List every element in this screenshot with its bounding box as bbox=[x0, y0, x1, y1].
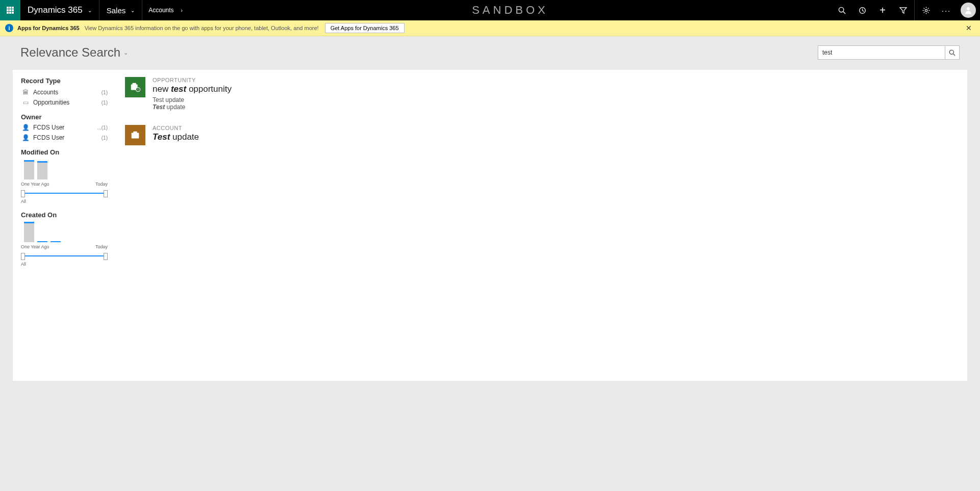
modified-on-chart: One Year Ago Today All bbox=[21, 159, 108, 204]
chart-bar bbox=[37, 161, 47, 179]
facet-row-owner[interactable]: 👤 FCDS User (1) bbox=[21, 134, 108, 141]
facet-count: (1) bbox=[102, 135, 108, 141]
person-icon: 👤 bbox=[21, 124, 30, 131]
chevron-right-icon: › bbox=[181, 8, 183, 13]
search-input[interactable] bbox=[818, 45, 945, 60]
svg-point-13 bbox=[967, 7, 970, 10]
result-line: Test update bbox=[153, 96, 232, 104]
slider-handle-left[interactable] bbox=[21, 190, 25, 197]
svg-rect-17 bbox=[133, 83, 136, 85]
chart-bar bbox=[24, 160, 34, 179]
accounts-icon: 🏛 bbox=[21, 89, 30, 96]
facet-count: (1) bbox=[102, 90, 108, 95]
slider-handle-left[interactable] bbox=[21, 253, 25, 260]
module-label: Sales bbox=[107, 6, 126, 15]
page-header: Relevance Search ⌄ bbox=[0, 36, 980, 65]
facet-header-record-type: Record Type bbox=[21, 77, 108, 85]
breadcrumb-item[interactable]: Accounts › bbox=[142, 0, 189, 20]
user-avatar[interactable] bbox=[961, 3, 976, 18]
facet-row-owner[interactable]: 👤 FCDS User ...(1) bbox=[21, 124, 108, 131]
facet-label: Accounts bbox=[33, 89, 58, 96]
environment-badge: SANDBOX bbox=[189, 0, 832, 20]
brand-menu[interactable]: Dynamics 365 ⌄ bbox=[20, 0, 99, 20]
chevron-down-icon: ⌄ bbox=[88, 8, 92, 13]
chart-tick bbox=[51, 241, 61, 242]
svg-line-15 bbox=[953, 54, 956, 56]
info-icon: i bbox=[5, 24, 13, 32]
result-account: ACCOUNT Test update bbox=[125, 125, 957, 145]
result-title[interactable]: new test opportunity bbox=[153, 84, 232, 94]
opportunities-icon: ▭ bbox=[21, 99, 30, 106]
chevron-down-icon: ⌄ bbox=[123, 49, 128, 56]
more-icon[interactable]: ··· bbox=[936, 6, 957, 15]
result-entity-type: ACCOUNT bbox=[153, 125, 199, 131]
result-title[interactable]: Test update bbox=[153, 132, 199, 142]
nav-right: + ··· bbox=[832, 0, 980, 20]
modified-on-slider[interactable] bbox=[21, 191, 108, 196]
facet-header-owner: Owner bbox=[21, 113, 108, 121]
svg-line-9 bbox=[923, 8, 924, 9]
facet-label: FCDS User bbox=[33, 134, 64, 141]
get-apps-button[interactable]: Get Apps for Dynamics 365 bbox=[325, 23, 405, 33]
facet-label: FCDS User bbox=[33, 124, 64, 131]
facet-label: Opportunities bbox=[33, 99, 69, 106]
created-on-slider[interactable] bbox=[21, 253, 108, 259]
slider-handle-right[interactable] bbox=[104, 253, 108, 260]
recent-icon[interactable] bbox=[852, 7, 872, 14]
top-nav: Dynamics 365 ⌄ Sales ⌄ Accounts › SANDBO… bbox=[0, 0, 980, 20]
slider-label: All bbox=[21, 199, 108, 204]
search-button[interactable] bbox=[945, 45, 960, 60]
svg-rect-21 bbox=[133, 132, 137, 134]
svg-text:!: ! bbox=[138, 88, 139, 91]
person-icon: 👤 bbox=[21, 134, 30, 141]
apps-banner: i Apps for Dynamics 365 View Dynamics 36… bbox=[0, 20, 980, 36]
close-banner-button[interactable]: ✕ bbox=[963, 24, 975, 32]
svg-line-1 bbox=[843, 11, 845, 13]
svg-line-10 bbox=[927, 12, 928, 13]
page-title-dropdown[interactable]: Relevance Search ⌄ bbox=[20, 45, 128, 60]
slider-handle-right[interactable] bbox=[104, 190, 108, 197]
add-icon[interactable]: + bbox=[872, 5, 893, 16]
module-menu[interactable]: Sales ⌄ bbox=[99, 0, 143, 20]
svg-line-12 bbox=[927, 8, 928, 9]
banner-title: Apps for Dynamics 365 bbox=[17, 25, 80, 31]
facet-count: ...(1) bbox=[97, 125, 108, 131]
account-icon bbox=[125, 125, 145, 145]
breadcrumb-label: Accounts bbox=[148, 7, 173, 14]
axis-to: Today bbox=[95, 244, 108, 249]
svg-point-0 bbox=[839, 7, 843, 12]
waffle-icon bbox=[7, 7, 14, 14]
slider-label: All bbox=[21, 262, 108, 267]
results-list: ! OPPORTUNITY new test opportunity Test … bbox=[115, 70, 967, 381]
created-on-chart: One Year Ago Today All bbox=[21, 222, 108, 267]
chevron-down-icon: ⌄ bbox=[131, 8, 135, 13]
result-entity-type: OPPORTUNITY bbox=[153, 77, 232, 83]
chart-bar bbox=[24, 222, 34, 242]
facet-row-opportunities[interactable]: ▭ Opportunities (1) bbox=[21, 99, 108, 106]
svg-rect-20 bbox=[132, 133, 139, 138]
facet-row-accounts[interactable]: 🏛 Accounts (1) bbox=[21, 89, 108, 96]
axis-to: Today bbox=[95, 182, 108, 187]
result-opportunity: ! OPPORTUNITY new test opportunity Test … bbox=[125, 77, 957, 111]
chart-tick bbox=[37, 241, 47, 242]
facets-sidebar: Record Type 🏛 Accounts (1) ▭ Opportuniti… bbox=[13, 70, 115, 381]
search-icon[interactable] bbox=[832, 7, 852, 14]
result-line: Test update bbox=[153, 104, 232, 111]
page-title-label: Relevance Search bbox=[20, 45, 120, 60]
app-launcher-button[interactable] bbox=[0, 0, 20, 20]
facet-header-created: Created On bbox=[21, 211, 108, 219]
settings-icon[interactable] bbox=[916, 7, 936, 14]
brand-label: Dynamics 365 bbox=[28, 5, 83, 15]
facet-header-modified: Modified On bbox=[21, 148, 108, 156]
filter-icon[interactable] bbox=[893, 7, 913, 14]
opportunity-icon: ! bbox=[125, 77, 145, 97]
svg-point-4 bbox=[925, 9, 927, 11]
svg-point-14 bbox=[949, 50, 953, 54]
content-panel: Record Type 🏛 Accounts (1) ▭ Opportuniti… bbox=[13, 70, 967, 381]
axis-from: One Year Ago bbox=[21, 182, 49, 187]
svg-line-11 bbox=[923, 12, 924, 13]
svg-marker-3 bbox=[899, 7, 906, 13]
banner-description: View Dynamics 365 information on the go … bbox=[85, 25, 319, 31]
facet-count: (1) bbox=[102, 100, 108, 106]
axis-from: One Year Ago bbox=[21, 244, 49, 249]
